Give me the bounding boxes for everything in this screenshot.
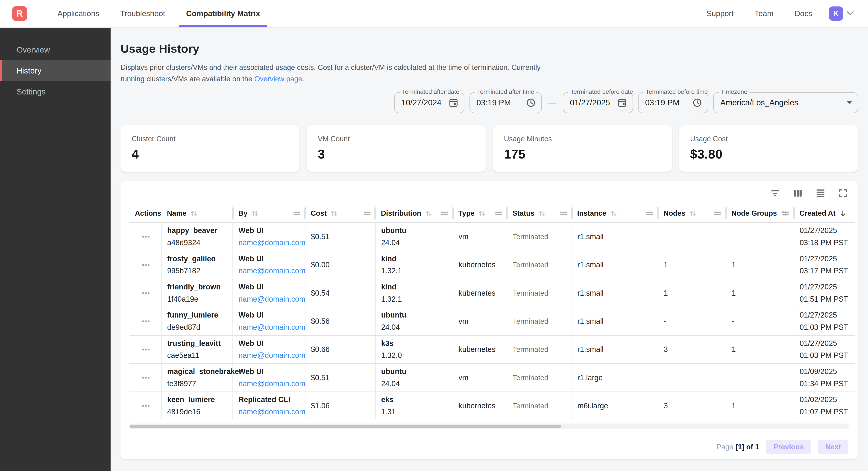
column-drag-handle-icon[interactable] — [782, 211, 790, 216]
terminated-after-date-field[interactable]: Terminated after date 10/27/2024 — [394, 92, 464, 113]
sidebar-item-settings[interactable]: Settings — [0, 81, 111, 102]
node-groups-cell: 1 — [726, 392, 794, 420]
terminated-after-time-field[interactable]: Terminated after time 03:19 PM — [469, 92, 542, 113]
column-header-node-groups[interactable]: Node Groups — [726, 204, 794, 223]
clock-icon[interactable] — [526, 98, 536, 108]
field-value: 03:19 PM — [476, 98, 521, 107]
nodes-cell: - — [658, 364, 726, 392]
stat-label: Cluster Count — [131, 135, 288, 143]
email-link[interactable]: name@domain.com — [239, 294, 305, 305]
stats-row: Cluster Count 4 VM Count 3 Usage Minutes… — [121, 125, 858, 172]
distribution-version: 1.32.0 — [381, 350, 448, 361]
field-value: 03:19 PM — [645, 98, 688, 107]
email-link[interactable]: name@domain.com — [239, 407, 305, 417]
column-header-nodes[interactable]: Nodes — [658, 204, 726, 223]
column-drag-handle-icon[interactable] — [560, 211, 567, 216]
created-by: Web UI — [239, 282, 300, 292]
cost-cell: $0.54 — [305, 279, 375, 307]
stat-card-cluster-count: Cluster Count 4 — [121, 125, 300, 172]
distribution-version: 24.04 — [381, 322, 448, 333]
column-header-name[interactable]: Name — [161, 204, 233, 223]
instance-cell: m6i.large — [572, 392, 658, 420]
cluster-name: happy_beaver — [167, 225, 228, 236]
docs-link[interactable]: Docs — [795, 9, 812, 18]
column-drag-handle-icon[interactable] — [363, 211, 371, 216]
terminated-before-date-field[interactable]: Terminated before date 01/27/2025 — [563, 92, 633, 113]
nav-tab-applications[interactable]: Applications — [47, 0, 110, 27]
email-link[interactable]: name@domain.com — [239, 322, 305, 333]
timezone-select[interactable]: Timezone America/Los_Angeles — [713, 92, 858, 113]
filter-icon[interactable] — [770, 188, 780, 198]
distribution-version: 1.32.1 — [381, 266, 448, 276]
avatar[interactable]: K — [829, 6, 843, 21]
instance-cell: r1.small — [572, 279, 658, 307]
row-actions-button[interactable] — [138, 287, 153, 300]
column-header-status[interactable]: Status — [507, 204, 572, 223]
previous-page-button[interactable]: Previous — [766, 440, 811, 454]
email-link[interactable]: name@domain.com — [239, 266, 305, 276]
team-link[interactable]: Team — [755, 9, 774, 18]
instance-cell: r1.small — [572, 223, 658, 251]
stat-card-usage-cost: Usage Cost $3.80 — [679, 125, 858, 172]
column-header-by[interactable]: By — [232, 204, 305, 223]
dropdown-caret-icon[interactable] — [846, 101, 852, 104]
created-date: 01/27/2025 — [800, 225, 850, 236]
terminated-before-time-field[interactable]: Terminated before time 03:19 PM — [638, 92, 708, 113]
nodes-cell: 1 — [658, 251, 726, 279]
column-header-distribution[interactable]: Distribution — [375, 204, 453, 223]
table-toolbar — [121, 181, 858, 201]
columns-icon[interactable] — [793, 188, 803, 198]
column-header-type[interactable]: Type — [453, 204, 507, 223]
chevron-down-icon[interactable] — [847, 11, 854, 16]
next-page-button[interactable]: Next — [818, 440, 848, 454]
sidebar-item-history[interactable]: History — [0, 60, 111, 81]
column-drag-handle-icon[interactable] — [714, 211, 721, 216]
row-actions-button[interactable] — [138, 230, 153, 243]
column-header-instance[interactable]: Instance — [572, 204, 658, 223]
support-link[interactable]: Support — [707, 9, 734, 18]
row-actions-button[interactable] — [138, 371, 153, 384]
fullscreen-icon[interactable] — [838, 188, 848, 198]
nav-tab-compatibility-matrix[interactable]: Compatibility Matrix — [176, 0, 271, 27]
created-by: Web UI — [239, 310, 300, 321]
cluster-name: friendly_brown — [167, 282, 228, 292]
column-header-cost[interactable]: Cost — [305, 204, 375, 223]
instance-cell: r1.large — [572, 364, 658, 392]
clock-icon[interactable] — [692, 98, 702, 108]
instance-cell: r1.small — [572, 335, 658, 364]
calendar-icon[interactable] — [448, 98, 458, 108]
cost-cell: $0.66 — [305, 335, 375, 364]
nav-tab-troubleshoot[interactable]: Troubleshoot — [110, 0, 176, 27]
cluster-id: fe3f8977 — [167, 379, 228, 389]
created-time: 01:34 PM PST — [800, 379, 850, 389]
overview-page-link[interactable]: Overview page — [254, 75, 302, 83]
column-drag-handle-icon[interactable] — [441, 211, 448, 216]
column-drag-handle-icon[interactable] — [646, 211, 654, 216]
type-cell: kubernetes — [453, 279, 507, 307]
replicated-logo[interactable]: R — [12, 6, 27, 21]
distribution-name: k3s — [381, 338, 448, 349]
status-badge: Terminated — [507, 364, 572, 392]
distribution-version: 24.04 — [381, 379, 448, 389]
calendar-icon[interactable] — [617, 98, 627, 108]
email-link[interactable]: name@domain.com — [239, 238, 305, 248]
column-drag-handle-icon[interactable] — [293, 211, 301, 216]
row-actions-button[interactable] — [138, 258, 153, 272]
sidebar-item-overview[interactable]: Overview — [0, 39, 111, 60]
created-by: Replicated CLI — [239, 394, 300, 405]
row-actions-button[interactable] — [138, 343, 153, 356]
column-drag-handle-icon[interactable] — [495, 211, 503, 216]
density-icon[interactable] — [815, 188, 826, 198]
type-cell: kubernetes — [453, 251, 507, 279]
column-header-created-at[interactable]: Created At — [794, 204, 855, 223]
sort-icon — [330, 209, 338, 217]
distribution-version: 1.32.1 — [381, 294, 448, 305]
scrollbar-thumb[interactable] — [129, 425, 561, 428]
row-actions-button[interactable] — [138, 315, 153, 328]
stat-label: Usage Minutes — [504, 135, 661, 143]
email-link[interactable]: name@domain.com — [239, 350, 305, 361]
row-actions-button[interactable] — [138, 399, 153, 413]
created-date: 01/27/2025 — [800, 254, 850, 264]
cluster-name: funny_lumiere — [167, 310, 228, 321]
email-link[interactable]: name@domain.com — [239, 379, 305, 389]
